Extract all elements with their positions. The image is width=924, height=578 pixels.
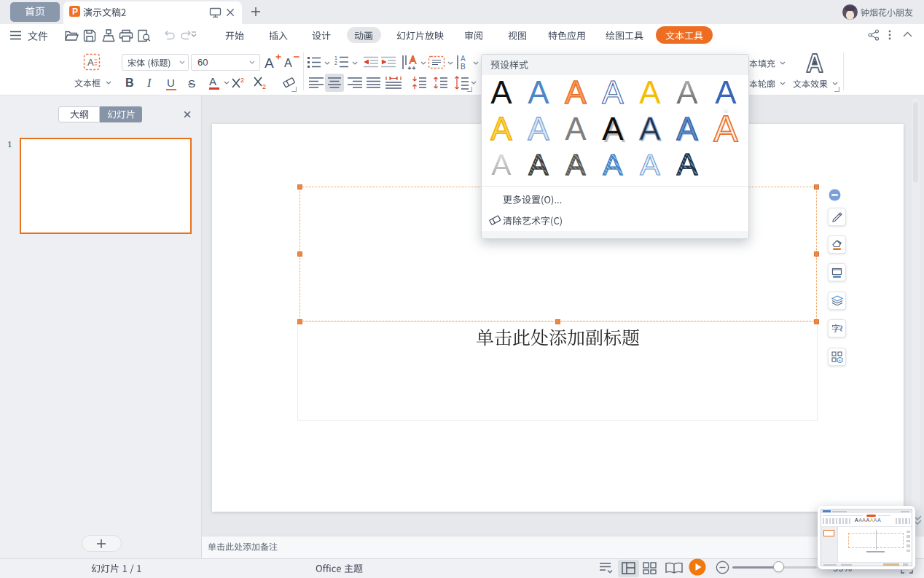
svg-text:A: A bbox=[461, 55, 466, 63]
svg-text:B: B bbox=[461, 63, 466, 71]
svg-text:2: 2 bbox=[334, 60, 337, 66]
svg-text:2: 2 bbox=[240, 77, 244, 84]
svg-text:A: A bbox=[87, 57, 94, 68]
svg-text:A: A bbox=[265, 55, 274, 71]
svg-text:1: 1 bbox=[334, 55, 337, 60]
svg-text:A: A bbox=[284, 57, 292, 69]
svg-text:2: 2 bbox=[262, 83, 266, 90]
